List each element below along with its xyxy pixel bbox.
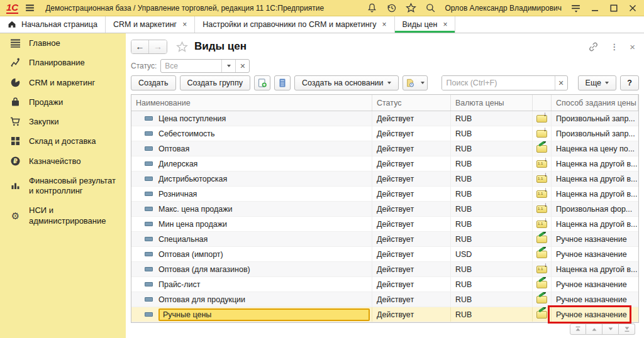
sidebar-item-financial-result[interactable]: Финансовый результат и контроллинг xyxy=(0,171,126,201)
history-icon[interactable] xyxy=(386,3,397,13)
back-button[interactable]: ← xyxy=(131,40,149,53)
service-settings-icon[interactable] xyxy=(570,3,581,13)
method-icon xyxy=(536,221,547,228)
combobox-dropdown-icon[interactable] xyxy=(221,60,235,72)
method-icon xyxy=(536,266,547,273)
sidebar-item-administration[interactable]: ⚙ НСИ и администрирование xyxy=(0,200,126,231)
create-based-on-button[interactable]: Создать на основании xyxy=(294,75,399,90)
column-header-method[interactable]: Способ задания цены xyxy=(552,95,638,111)
column-header-method-icon[interactable] xyxy=(533,95,552,111)
method-icon xyxy=(536,236,547,243)
table-row[interactable]: Розничная Действует RUB Наценка на друго… xyxy=(131,187,638,202)
method-icon xyxy=(536,115,547,123)
tab-close-icon[interactable]: × xyxy=(382,21,386,28)
search-clear-icon[interactable]: ✕ xyxy=(555,76,567,90)
column-header-currency[interactable]: Валюта цены xyxy=(451,95,533,111)
bar-chart-icon xyxy=(10,180,21,191)
tab-price-types[interactable]: Виды цен × xyxy=(395,16,456,33)
search-box: ✕ xyxy=(441,75,568,90)
selected-name-cell[interactable]: Ручные цены xyxy=(158,308,370,321)
minimize-button[interactable] xyxy=(590,3,600,13)
search-input[interactable] xyxy=(442,76,555,90)
maximize-button[interactable] xyxy=(609,3,619,13)
column-header-name[interactable]: Наименование xyxy=(131,95,372,111)
help-button[interactable]: ? xyxy=(620,75,639,90)
table-row[interactable]: Оптовая Действует RUB Наценка на цену по… xyxy=(131,141,638,156)
price-type-icon xyxy=(145,161,153,166)
table-row[interactable]: Оптовая (для магазинов) Действует RUB На… xyxy=(131,262,638,277)
menu-lines-icon xyxy=(10,38,21,48)
sidebar-item-main[interactable]: Главное xyxy=(0,33,126,53)
status-filter-combobox[interactable]: Все ✕ xyxy=(160,59,250,73)
favorite-star-icon[interactable] xyxy=(176,41,188,53)
price-type-icon xyxy=(145,131,153,136)
tab-close-icon[interactable]: × xyxy=(182,21,187,28)
tab-home[interactable]: Начальная страница xyxy=(0,16,106,33)
table-row[interactable]: Мин цена продажи Действует RUB Наценка н… xyxy=(131,217,638,232)
forward-button[interactable]: → xyxy=(149,40,167,53)
create-button[interactable]: Создать xyxy=(131,75,176,90)
price-types-table: Наименование Статус Валюта цены Способ з… xyxy=(131,94,639,323)
price-type-icon xyxy=(145,252,153,256)
document-schedule-button[interactable] xyxy=(402,75,428,90)
main-menu-icon[interactable] xyxy=(25,3,35,13)
status-filter-label: Статус: xyxy=(131,62,157,70)
status-filter-value[interactable]: Все xyxy=(161,60,221,72)
sidebar: Главное Планирование CRM и маркетинг Про… xyxy=(0,33,126,338)
window-title: Демонстрационная база / Управление торго… xyxy=(45,4,324,13)
table-row[interactable]: Прайс-лист Действует RUB Ручное назначен… xyxy=(131,277,638,292)
sidebar-item-label: Финансовый результат и контроллинг xyxy=(29,175,119,197)
table-row-selected[interactable]: Ручные цены Действует RUB Ручное назначе… xyxy=(131,307,638,322)
sidebar-item-treasury[interactable]: ₽ Казначейство xyxy=(0,151,126,171)
status-filter: Статус: Все ✕ xyxy=(131,58,250,74)
table-row[interactable]: Себестоимость Действует RUB Произвольный… xyxy=(131,126,638,141)
price-type-icon xyxy=(145,177,153,181)
close-form-icon[interactable]: × xyxy=(630,42,635,52)
sidebar-item-crm-marketing[interactable]: CRM и маркетинг xyxy=(0,73,126,92)
add-to-group-button[interactable] xyxy=(254,75,270,90)
scroll-to-bottom-button[interactable] xyxy=(619,324,635,335)
logo-1c[interactable]: 1С xyxy=(6,3,18,14)
main-content: ← → Виды цен ⋮ × Статус: Все ✕ Создать С… xyxy=(126,33,644,338)
grid-icon xyxy=(10,136,21,146)
table-row[interactable]: Дистрибьюторская Действует RUB Наценка н… xyxy=(131,172,638,187)
more-actions-icon[interactable]: ⋮ xyxy=(610,42,618,52)
tab-crm-settings[interactable]: Настройки и справочники по CRM и маркети… xyxy=(195,16,394,33)
price-type-icon xyxy=(145,116,153,121)
method-icon xyxy=(536,205,547,213)
combobox-clear-icon[interactable]: ✕ xyxy=(235,60,249,72)
more-button[interactable]: Еще xyxy=(578,75,616,90)
tab-close-icon[interactable]: × xyxy=(443,21,447,28)
current-user[interactable]: Орлов Александр Владимирович xyxy=(445,4,562,13)
window-titlebar: 1С Демонстрационная база / Управление то… xyxy=(0,0,644,16)
close-window-button[interactable] xyxy=(628,3,638,13)
search-icon[interactable] xyxy=(425,3,436,13)
table-row[interactable]: Специальная Действует RUB Ручное назначе… xyxy=(131,232,638,247)
sidebar-item-purchases[interactable]: Закупки xyxy=(0,112,126,131)
price-type-icon xyxy=(145,237,153,241)
scroll-to-top-button[interactable] xyxy=(570,324,586,335)
sidebar-item-warehouse[interactable]: Склад и доставка xyxy=(0,131,126,151)
table-row[interactable]: Оптовая для продукции Действует RUB Ручн… xyxy=(131,292,638,307)
list-view-button[interactable] xyxy=(274,75,291,90)
svg-text:₽: ₽ xyxy=(13,158,18,165)
sidebar-item-label: Продажи xyxy=(29,97,63,107)
get-link-icon[interactable] xyxy=(588,41,599,52)
sidebar-item-sales[interactable]: Продажи xyxy=(0,92,126,112)
sidebar-item-planning[interactable]: Планирование xyxy=(0,53,126,72)
method-icon xyxy=(536,175,547,183)
create-group-button[interactable]: Создать группу xyxy=(180,75,250,90)
table-row[interactable]: Цена поступления Действует RUB Произволь… xyxy=(131,111,638,126)
tab-label: Виды цен xyxy=(402,20,438,29)
table-row[interactable]: Дилерская Действует RUB Наценка на друго… xyxy=(131,156,638,172)
scroll-down-button[interactable] xyxy=(602,324,619,335)
table-row[interactable]: Оптовая (импорт) Действует USD Ручное на… xyxy=(131,247,638,262)
folder-plus-icon xyxy=(257,78,267,88)
notifications-bell-icon[interactable] xyxy=(367,3,377,13)
tab-crm-marketing[interactable]: CRM и маркетинг × xyxy=(106,16,195,33)
method-icon xyxy=(536,281,547,288)
scroll-up-button[interactable] xyxy=(586,324,602,335)
column-header-status[interactable]: Статус xyxy=(372,95,451,111)
table-row[interactable]: Макс. цена продажи Действует RUB Произво… xyxy=(131,202,638,217)
favorites-star-icon[interactable] xyxy=(406,3,416,13)
